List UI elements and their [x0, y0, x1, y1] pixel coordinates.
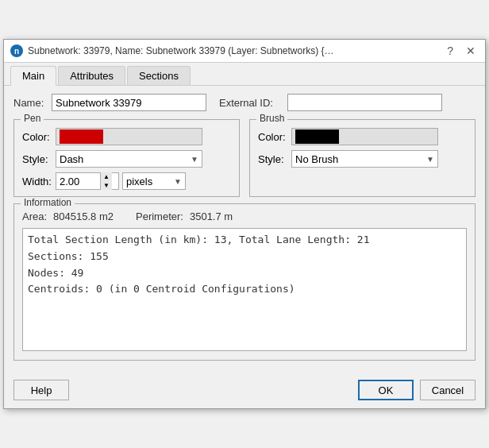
brush-color-swatch: [295, 129, 339, 144]
footer: Help OK Cancel: [4, 375, 485, 408]
name-input[interactable]: [52, 94, 206, 111]
pen-width-label: Width:: [22, 176, 56, 187]
information-title: Information: [21, 197, 75, 208]
tabs-container: Main Attributes Sections: [4, 63, 485, 86]
information-textarea[interactable]: [22, 228, 467, 351]
tab-sections[interactable]: Sections: [127, 66, 191, 85]
pen-group: Pen Color: Style: Dash ▼ Width:: [13, 119, 240, 197]
help-button[interactable]: Help: [13, 380, 69, 400]
ok-button[interactable]: OK: [358, 380, 414, 400]
cancel-button[interactable]: Cancel: [420, 380, 476, 400]
pen-width-unit-select[interactable]: pixels ▼: [122, 172, 186, 190]
title-bar-right: ? ✕: [444, 44, 479, 57]
perimeter-value: 3501.7 m: [190, 210, 233, 222]
pen-color-row: Color:: [22, 128, 231, 145]
brush-group-title: Brush: [256, 113, 287, 124]
pen-color-label: Color:: [22, 131, 56, 143]
pen-width-spinner-buttons: ▲ ▼: [100, 172, 112, 190]
pen-width-unit-value: pixels: [126, 176, 152, 187]
footer-right: OK Cancel: [358, 380, 476, 400]
pen-group-title: Pen: [21, 113, 44, 124]
tab-content: Name: External ID: Pen Color: Style:: [4, 86, 485, 375]
brush-style-select[interactable]: No Brush ▼: [291, 150, 438, 168]
window-title: Subnetwork: 33979, Name: Subnetwork 3397…: [28, 45, 334, 56]
tab-attributes[interactable]: Attributes: [58, 66, 125, 85]
close-button[interactable]: ✕: [463, 44, 479, 57]
brush-color-row: Color:: [258, 128, 467, 145]
area-row: Area: 804515.8 m2 Perimeter: 3501.7 m: [22, 210, 467, 222]
pen-color-swatch-container[interactable]: [56, 128, 202, 145]
pen-width-down[interactable]: ▼: [101, 181, 112, 190]
area-label: Area:: [22, 210, 47, 222]
pen-style-label: Style:: [22, 153, 56, 165]
pen-color-swatch: [60, 129, 103, 144]
area-value: 804515.8 m2: [53, 210, 114, 222]
tab-main[interactable]: Main: [10, 66, 56, 86]
brush-style-arrow: ▼: [426, 155, 434, 164]
pen-width-up[interactable]: ▲: [101, 172, 112, 181]
external-id-input[interactable]: [287, 94, 442, 111]
brush-style-label: Style:: [258, 153, 291, 165]
pen-style-select[interactable]: Dash ▼: [56, 150, 202, 168]
name-label: Name:: [13, 97, 52, 109]
pen-width-spinner: ▲ ▼: [56, 172, 119, 190]
main-window: n Subnetwork: 33979, Name: Subnetwork 33…: [3, 39, 486, 409]
information-box: Information Area: 804515.8 m2 Perimeter:…: [13, 203, 476, 361]
pen-style-row: Style: Dash ▼: [22, 150, 231, 168]
brush-style-row: Style: No Brush ▼: [258, 150, 467, 168]
external-id-label: External ID:: [219, 97, 283, 109]
pen-width-row: Width: ▲ ▼ pixels ▼: [22, 172, 231, 190]
pen-width-unit-arrow: ▼: [174, 177, 182, 186]
help-title-button[interactable]: ?: [444, 44, 456, 57]
brush-color-label: Color:: [258, 131, 291, 143]
title-bar: n Subnetwork: 33979, Name: Subnetwork 33…: [4, 40, 485, 63]
title-bar-left: n Subnetwork: 33979, Name: Subnetwork 33…: [10, 44, 334, 57]
app-icon: n: [10, 44, 23, 57]
pen-style-arrow: ▼: [191, 155, 198, 164]
brush-style-value: No Brush: [295, 153, 338, 165]
perimeter-label: Perimeter:: [136, 210, 183, 222]
pen-style-value: Dash: [60, 153, 83, 165]
name-row: Name: External ID:: [13, 94, 476, 111]
brush-group: Brush Color: Style: No Brush ▼: [249, 119, 476, 197]
brush-color-swatch-container[interactable]: [291, 128, 438, 145]
pen-brush-groups: Pen Color: Style: Dash ▼ Width:: [13, 119, 476, 197]
pen-width-input[interactable]: [56, 173, 100, 189]
